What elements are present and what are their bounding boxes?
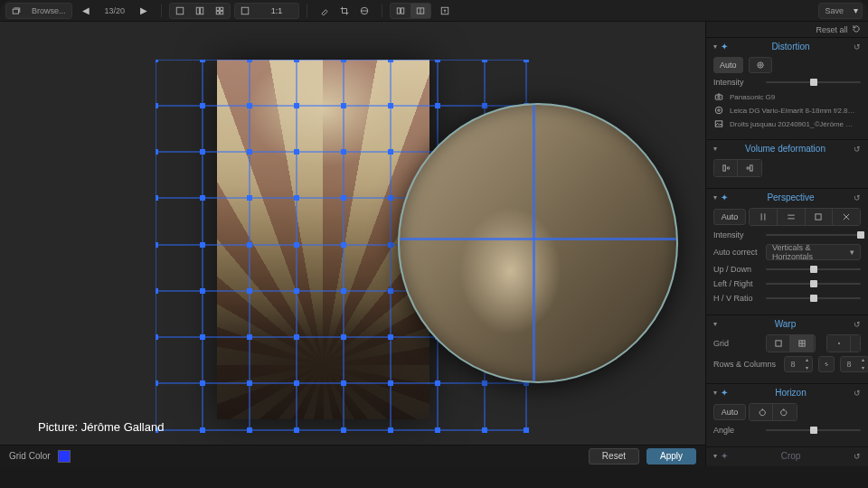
lens-icon: [713, 105, 724, 116]
leftright-slider[interactable]: [766, 278, 861, 289]
hvratio-slider[interactable]: [766, 293, 861, 304]
distortion-auto-button[interactable]: Auto: [713, 57, 743, 73]
collapse-toggle[interactable]: ▾: [713, 452, 717, 460]
svg-rect-89: [294, 334, 299, 340]
horizon-rotate-ccw-button[interactable]: [750, 404, 773, 420]
distortion-intensity-slider[interactable]: [766, 77, 861, 88]
compare-off-button[interactable]: [391, 4, 410, 18]
svg-rect-77: [156, 288, 158, 294]
svg-rect-46: [388, 103, 393, 108]
svg-rect-112: [524, 427, 529, 433]
svg-rect-52: [247, 149, 252, 155]
panel-horizon: ▾ ✦ Horizon ↺ Auto Angle: [706, 384, 868, 447]
svg-rect-37: [388, 60, 393, 62]
zoom-1-1-button[interactable]: 1:1: [255, 4, 298, 18]
warp-grid-none-button[interactable]: [767, 335, 790, 352]
autocorrect-select[interactable]: Verticals & Horizontals ▾: [766, 244, 861, 260]
warp-rows-stepper[interactable]: 8 ▴▾: [784, 356, 813, 372]
compare-split-button[interactable]: [410, 4, 430, 18]
panel-reset-button[interactable]: ↺: [854, 42, 861, 52]
svg-rect-115: [715, 95, 722, 99]
svg-rect-86: [156, 334, 158, 340]
svg-rect-45: [341, 103, 346, 108]
panel-distortion: ▾ ✦ Distortion ↺ Auto Intensity Panasoni…: [706, 38, 868, 140]
svg-rect-70: [247, 242, 252, 248]
collapse-toggle[interactable]: ▾: [713, 389, 717, 397]
step-up-icon: ▴: [801, 356, 812, 364]
svg-rect-35: [294, 60, 299, 62]
reset-all-button[interactable]: Reset all: [706, 22, 868, 38]
layout-grid-button[interactable]: [210, 4, 230, 18]
fit-button[interactable]: [235, 4, 255, 18]
perspective-auto-button[interactable]: Auto: [713, 209, 746, 225]
link-icon[interactable]: [818, 356, 835, 372]
svg-rect-1: [176, 7, 184, 14]
svg-rect-90: [341, 334, 346, 340]
warp-grid-diag-button[interactable]: [814, 335, 816, 352]
magnifier-loupe[interactable]: [398, 103, 678, 383]
svg-rect-125: [775, 341, 780, 346]
panel-reset-button[interactable]: ↺: [854, 193, 861, 202]
collapse-toggle[interactable]: ▾: [713, 193, 717, 202]
top-toolbar: Browse... ◀ 13/20 ▶ 1:1 Save ▾: [0, 0, 868, 22]
layout-split-button[interactable]: [190, 4, 210, 18]
svg-rect-43: [247, 103, 252, 108]
browse-button[interactable]: Browse...: [5, 3, 72, 19]
svg-point-121: [727, 167, 730, 170]
canvas-area[interactable]: Picture: Jérôme Galland 748 x 844 px Gri…: [0, 22, 705, 466]
collapse-toggle[interactable]: ▾: [713, 42, 717, 51]
distortion-manual-button[interactable]: [749, 57, 772, 73]
volume-mode-b-button[interactable]: [738, 160, 761, 176]
reset-icon: [852, 24, 861, 33]
prev-image-button[interactable]: ◀: [76, 4, 96, 18]
layout-single-button[interactable]: [170, 4, 190, 18]
perspective-rectangle-button[interactable]: [806, 209, 834, 225]
chevron-down-icon: ▾: [850, 248, 854, 257]
warp-constrain-line-button[interactable]: [851, 335, 861, 352]
next-image-button[interactable]: ▶: [134, 4, 154, 18]
apply-button[interactable]: Apply: [646, 448, 696, 465]
svg-rect-72: [341, 242, 346, 248]
warp-cols-stepper[interactable]: 8 ▴▾: [840, 356, 868, 372]
volume-mode-a-button[interactable]: [714, 160, 738, 176]
magic-icon: ✦: [721, 388, 728, 398]
image-icon: [713, 118, 724, 129]
panel-reset-button[interactable]: ↺: [854, 452, 861, 461]
perspective-8point-button[interactable]: [833, 209, 860, 225]
perspective-horizontals-button[interactable]: [778, 209, 806, 225]
image-credit: Picture: Jérôme Galland: [38, 420, 164, 434]
svg-rect-34: [247, 60, 252, 62]
grid-color-swatch[interactable]: [58, 450, 71, 463]
camera-meta: Panasonic G9: [713, 91, 861, 102]
warp-grid-show-button[interactable]: [790, 335, 814, 352]
collapse-toggle[interactable]: ▾: [713, 145, 717, 153]
step-down-icon: ▾: [801, 364, 812, 372]
save-button[interactable]: Save ▾: [818, 3, 863, 19]
perspective-verticals-button[interactable]: [750, 209, 778, 225]
svg-rect-106: [247, 427, 252, 433]
reset-button[interactable]: Reset: [589, 448, 639, 465]
bottom-bar: Grid Color Reset Apply: [0, 445, 705, 466]
svg-rect-4: [216, 7, 219, 10]
panel-reset-button[interactable]: ↺: [854, 389, 861, 398]
svg-rect-88: [247, 334, 252, 340]
svg-rect-91: [388, 334, 393, 340]
perspective-intensity-slider[interactable]: [766, 230, 861, 240]
camera-icon: [713, 91, 724, 102]
picker-tool-button[interactable]: [315, 4, 335, 18]
horizon-rotate-cw-button[interactable]: [773, 404, 797, 420]
panel-reset-button[interactable]: ↺: [854, 320, 861, 329]
collapse-toggle[interactable]: ▾: [713, 320, 717, 328]
updown-slider[interactable]: [766, 264, 861, 275]
warp-constrain-none-button[interactable]: [827, 335, 851, 352]
panel-reset-button[interactable]: ↺: [854, 145, 861, 154]
horizon-tool-button[interactable]: [354, 4, 374, 18]
horizon-angle-slider[interactable]: [766, 425, 861, 436]
svg-rect-44: [294, 103, 299, 108]
magic-icon: ✦: [721, 192, 728, 202]
svg-rect-62: [294, 195, 299, 201]
export-button[interactable]: [435, 4, 455, 18]
horizon-auto-button[interactable]: Auto: [713, 404, 746, 420]
crop-tool-button[interactable]: [335, 4, 354, 18]
svg-rect-64: [388, 195, 393, 201]
